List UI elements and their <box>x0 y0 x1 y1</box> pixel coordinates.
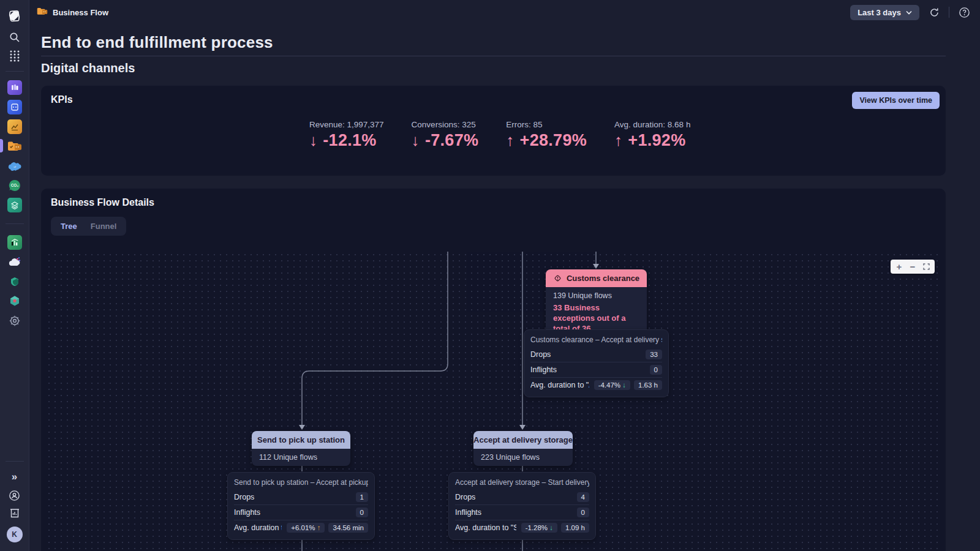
ml-cloud-icon <box>7 255 22 269</box>
business-flow-folder-icon <box>37 7 48 18</box>
sidebar-item-carbon[interactable]: CO₂ <box>5 176 24 195</box>
kpi-conversions: Conversions: 325 ↓-7.67% <box>412 120 479 150</box>
zoom-in-button[interactable]: + <box>893 261 905 272</box>
chevron-down-icon <box>906 10 912 15</box>
svg-text:CO₂: CO₂ <box>10 183 18 187</box>
arrow-down-icon: ↓ <box>549 524 553 531</box>
co2-icon: CO₂ <box>7 178 22 193</box>
kpi-avg-duration: Avg. duration: 8.68 h ↑+1.92% <box>614 120 690 150</box>
fit-to-screen-button[interactable] <box>920 261 932 272</box>
drops-value: 33 <box>646 350 662 359</box>
delta-badge: -1.28% ↓ <box>521 523 557 533</box>
exception-diamond-icon <box>553 274 562 283</box>
hub-icon <box>7 80 22 95</box>
sidebar-item-settings[interactable] <box>5 311 24 331</box>
refresh-button[interactable] <box>927 5 941 20</box>
page-title: End to end fulfillment process <box>41 33 946 56</box>
duration-badge: 34.56 min <box>328 523 368 533</box>
canvas-zoom-controls: + − <box>891 260 935 274</box>
apps-grid-icon[interactable] <box>5 47 24 65</box>
node-title: Accept at delivery storage <box>473 435 573 444</box>
kpi-errors: Errors: 85 ↑+28.79% <box>506 120 587 150</box>
duration-badge: 1.63 h <box>634 380 662 390</box>
flow-node-send-to-pickup[interactable]: Send to pick up station 112 Unique flows <box>252 431 350 466</box>
help-button[interactable] <box>957 5 971 20</box>
sidebar-item-business-flow[interactable] <box>5 137 24 156</box>
view-mode-tabs: Tree Funnel <box>51 217 126 236</box>
time-range-selector[interactable]: Last 3 days <box>850 5 919 20</box>
flow-details-heading: Business Flow Details <box>51 197 936 208</box>
app-sidebar: sf CO₂ » <box>0 0 29 551</box>
sidebar-item-kubernetes[interactable] <box>5 291 24 311</box>
delta-badge: +6.01% ↑ <box>287 523 325 533</box>
delta-badge: -4.47% ↓ <box>594 380 630 390</box>
inflights-value: 0 <box>650 365 662 375</box>
flow-node-accept-delivery-storage[interactable]: Accept at delivery storage 223 Unique fl… <box>473 431 573 466</box>
sidebar-item-salesforce[interactable]: sf <box>5 156 24 176</box>
security-shield-icon <box>7 274 22 289</box>
support-icon[interactable] <box>5 486 24 504</box>
arrow-up-icon: ↑ <box>317 524 321 531</box>
arrow-down-icon: ↓ <box>309 131 317 150</box>
gear-icon <box>7 313 22 328</box>
sidebar-divider <box>6 461 24 462</box>
app-title: Business Flow <box>53 8 108 17</box>
kpi-revenue: Revenue: 1,997,377 ↓-12.1% <box>309 120 384 150</box>
tab-tree[interactable]: Tree <box>55 219 83 233</box>
sidebar-item-analytics[interactable] <box>5 117 24 137</box>
usage-chart-icon[interactable] <box>5 504 24 523</box>
view-kpis-over-time-button[interactable]: View KPIs over time <box>852 92 940 109</box>
sidebar-item-hub[interactable] <box>5 78 24 97</box>
kpis-card: KPIs View KPIs over time Revenue: 1,997,… <box>41 86 946 176</box>
fit-screen-icon <box>923 263 930 270</box>
layers-icon <box>7 198 22 212</box>
market-analytics-icon <box>7 235 22 250</box>
arrow-down-icon: ↓ <box>622 381 626 389</box>
unique-flows: 139 Unique flows <box>553 291 639 300</box>
sidebar-item-layers[interactable] <box>5 195 24 215</box>
search-icon[interactable] <box>5 28 24 47</box>
divider <box>949 7 949 18</box>
page-content: End to end fulfillment process Digital c… <box>29 24 980 551</box>
arrow-down-icon: ↓ <box>412 131 420 150</box>
zoom-out-button[interactable]: − <box>907 261 919 272</box>
user-avatar[interactable]: K <box>5 525 24 544</box>
sidebar-item-ml-cloud[interactable] <box>5 252 24 272</box>
sidebar-divider <box>6 223 24 224</box>
analytics-icon <box>7 119 22 134</box>
drops-value: 4 <box>577 492 589 502</box>
cluster-cube-icon <box>7 294 22 309</box>
salesforce-cloud-icon: sf <box>7 159 22 173</box>
active-app-indicator <box>0 139 3 152</box>
edge-card-accept-start-delivery[interactable]: Accept at delivery storage – Start deliv… <box>448 472 596 540</box>
kpis-heading: KPIs <box>51 94 936 105</box>
dashboards-icon <box>7 100 22 114</box>
tab-funnel[interactable]: Funnel <box>85 219 123 233</box>
kpi-row: Revenue: 1,997,377 ↓-12.1% Conversions: … <box>51 120 936 150</box>
sidebar-item-market-analytics[interactable] <box>5 233 24 252</box>
arrow-up-icon: ↑ <box>506 131 514 150</box>
drops-value: 1 <box>356 492 368 502</box>
business-flow-icon <box>7 139 22 154</box>
top-header-bar: Business Flow Last 3 days <box>29 0 980 24</box>
node-title: Send to pick up station <box>257 435 345 444</box>
unique-flows: 223 Unique flows <box>481 453 565 462</box>
main-area: Business Flow Last 3 days End to end ful… <box>29 0 980 551</box>
edge-card-send-accept-pickup[interactable]: Send to pick up station – Accept at pick… <box>227 472 375 540</box>
business-flow-details-card: Business Flow Details Tree Funnel <box>41 189 946 551</box>
inflights-value: 0 <box>356 508 368 517</box>
node-title: Customs clearance <box>567 274 639 283</box>
duration-badge: 1.09 h <box>561 523 589 533</box>
sidebar-item-security[interactable] <box>5 272 24 291</box>
flow-node-customs-clearance[interactable]: Customs clearance 139 Unique flows 33 Bu… <box>546 269 647 339</box>
unique-flows: 112 Unique flows <box>259 453 343 462</box>
arrow-up-icon: ↑ <box>614 131 622 150</box>
flow-canvas[interactable]: + − Customs clearance 139 Unique flows 3… <box>46 252 941 551</box>
inflights-value: 0 <box>577 508 589 517</box>
dynatrace-logo-icon[interactable] <box>5 6 24 24</box>
sidebar-divider <box>6 71 24 72</box>
edge-card-customs-accept[interactable]: Customs clearance – Accept at delivery s… <box>524 329 669 397</box>
page-subtitle: Digital channels <box>41 61 946 75</box>
expand-sidebar-icon[interactable]: » <box>5 468 24 486</box>
sidebar-item-dashboards[interactable] <box>5 97 24 117</box>
